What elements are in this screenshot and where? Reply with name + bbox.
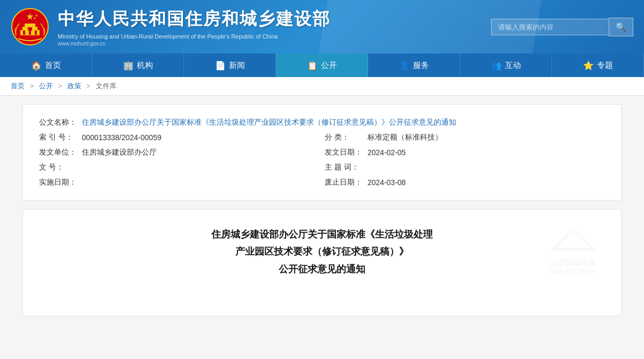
main-content: 公文名称： 住房城乡建设部办公厅关于国家标准《生活垃圾处理产业园区技术要求（修订… [12,104,632,316]
breadcrumb: 首页 > 公开 > 政策 > 文件库 [0,77,644,96]
doc-body-title-line3: 公开征求意见的通知 [39,261,605,278]
doc-issue-date-item: 发文日期： 2024-02-05 [325,148,605,157]
doc-issuer-label: 发文单位： [39,148,82,157]
nav-item-interact[interactable]: 👥 互动 [460,54,552,77]
svg-rect-5 [23,30,25,35]
header-title-cn: 中华人民共和国住房和城乡建设部 [58,7,331,31]
doc-subject-item: 主 题 词： [325,163,605,172]
doc-body-title-line2: 产业园区技术要求（修订征求意见稿）》 [39,243,605,260]
search-button[interactable]: 🔍 [609,18,633,36]
svg-rect-6 [29,30,31,35]
doc-expire-date-label: 废止日期： [325,178,367,187]
doc-impl-date-label: 实施日期： [39,178,82,187]
doc-issue-date-value: 2024-02-05 [367,148,605,157]
special-icon: ⭐ [583,60,594,71]
doc-info-card: 公文名称： 住房城乡建设部办公厅关于国家标准《生活垃圾处理产业园区技术要求（修订… [22,104,622,201]
breadcrumb-sep-1: > [30,82,36,90]
nav-label-service: 服务 [413,60,429,71]
search-input[interactable] [491,19,609,35]
doc-issuer-item: 发文单位： 住房城乡建设部办公厅 [39,148,319,157]
doc-impl-expire-row: 实施日期： 废止日期： 2024-03-08 [39,178,605,187]
doc-no-subject-row: 文 号： 主 题 词： [39,163,605,172]
public-icon: 📋 [307,60,318,71]
nav-label-home: 首页 [45,60,61,71]
header-title-block: 中华人民共和国住房和城乡建设部 Ministry of Housing and … [58,7,331,47]
home-icon: 🏠 [31,60,42,71]
doc-expire-date-item: 废止日期： 2024-03-08 [325,178,605,187]
doc-impl-date-item: 实施日期： [39,178,319,187]
header-search: 🔍 [491,18,633,36]
doc-index-category-row: 索 引 号： 000013338/2024-00059 分 类： 标准定额（标准… [39,133,605,142]
nav-label-org: 机构 [137,60,153,71]
svg-rect-4 [25,24,35,28]
news-icon: 📄 [215,60,226,71]
nav-item-public[interactable]: 📋 公开 [276,54,368,77]
doc-index-value: 000013338/2024-00059 [82,133,319,142]
header-left: 中华人民共和国住房和城乡建设部 Ministry of Housing and … [11,7,331,47]
doc-title-row: 公文名称： 住房城乡建设部办公厅关于国家标准《生活垃圾处理产业园区技术要求（修订… [39,118,605,127]
page-header: 中华人民共和国住房和城乡建设部 Ministry of Housing and … [0,0,644,54]
nav-item-service[interactable]: 👤 服务 [368,54,460,77]
main-nav: 🏠 首页 🏢 机构 📄 新闻 📋 公开 👤 服务 👥 互动 ⭐ 专题 [0,54,644,77]
doc-no-label: 文 号： [39,163,82,172]
nav-item-org[interactable]: 🏢 机构 [92,54,184,77]
doc-body-card: 洁普智能环保 GEP ECOTECH 住房城乡建设部办公厅关于国家标准《生活垃圾… [22,209,622,316]
breadcrumb-policy[interactable]: 政策 [67,82,81,90]
nav-label-news: 新闻 [229,60,245,71]
nav-item-home[interactable]: 🏠 首页 [0,54,92,77]
interact-icon: 👥 [491,60,502,71]
doc-no-item: 文 号： [39,163,319,172]
header-title-en: Ministry of Housing and Urban-Rural Deve… [58,33,331,40]
doc-category-value: 标准定额（标准科技） [367,133,605,142]
breadcrumb-current: 文件库 [96,82,117,90]
svg-rect-8 [28,27,32,30]
breadcrumb-sep-3: > [86,82,92,90]
doc-category-label: 分 类： [325,133,367,142]
breadcrumb-public[interactable]: 公开 [39,82,53,90]
doc-title-label: 公文名称： [39,118,82,127]
doc-body-title-line1: 住房城乡建设部办公厅关于国家标准《生活垃圾处理 [39,226,605,243]
breadcrumb-home[interactable]: 首页 [11,82,25,90]
doc-title-value: 住房城乡建设部办公厅关于国家标准《生活垃圾处理产业园区技术要求（修订征求意见稿）… [82,118,605,127]
service-icon: 👤 [399,60,410,71]
doc-issue-date-label: 发文日期： [325,148,367,157]
doc-issuer-value: 住房城乡建设部办公厅 [82,148,319,157]
doc-index-item: 索 引 号： 000013338/2024-00059 [39,133,319,142]
nav-label-interact: 互动 [505,60,521,71]
org-icon: 🏢 [123,60,134,71]
doc-index-label: 索 引 号： [39,133,82,142]
breadcrumb-sep-2: > [58,82,64,90]
doc-issuer-date-row: 发文单位： 住房城乡建设部办公厅 发文日期： 2024-02-05 [39,148,605,157]
nav-label-special: 专题 [597,60,613,71]
nav-item-news[interactable]: 📄 新闻 [184,54,276,77]
svg-rect-7 [35,30,37,35]
doc-subject-label: 主 题 词： [325,163,367,172]
header-url: www.mohurd.gov.cn [58,41,331,47]
national-emblem [11,7,49,46]
nav-item-special[interactable]: ⭐ 专题 [552,54,644,77]
doc-category-item: 分 类： 标准定额（标准科技） [325,133,605,142]
doc-expire-date-value: 2024-03-08 [367,178,605,187]
doc-body-title: 住房城乡建设部办公厅关于国家标准《生活垃圾处理 产业园区技术要求（修订征求意见稿… [39,226,605,278]
nav-label-public: 公开 [321,60,337,71]
